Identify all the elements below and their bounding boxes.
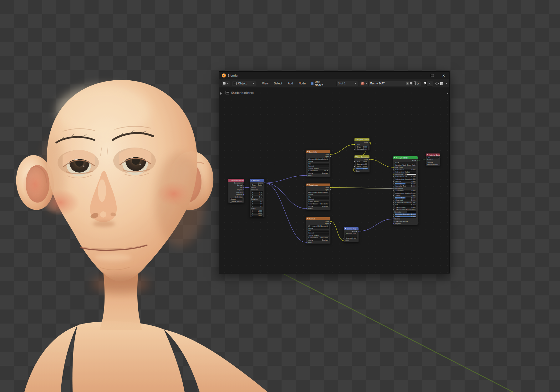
node-row-sheen[interactable]: Sheen0.000: [393, 194, 418, 197]
node-row-flat[interactable]: Flat: [306, 196, 330, 198]
transmission-socket[interactable]: [393, 207, 394, 208]
alpha-socket[interactable]: [393, 216, 394, 218]
node-row-momyhr-normal-tif[interactable]: momyHR_Normal.tif: [306, 225, 330, 227]
node-row-specular-tint[interactable]: Specular Tint0.000: [393, 185, 418, 188]
node-row-value[interactable]: Value1.000: [354, 165, 369, 168]
strength-widget[interactable]: Strength1.000: [345, 237, 357, 239]
node-header-bright-contrast[interactable]: Bright/Contrast: [354, 138, 369, 141]
bright-widget[interactable]: Bright0.000: [356, 146, 368, 148]
node-row-alpha[interactable]: AlphaStraight: [306, 239, 330, 241]
node-header-normal[interactable]: Normal: [306, 217, 330, 220]
node-row-transmission[interactable]: Transmission0.000: [393, 206, 418, 209]
normal-socket[interactable]: [358, 231, 359, 232]
subsurface-radius-widget[interactable]: Subsurface Radius: [395, 171, 416, 173]
y-widget[interactable]: Y0°: [251, 203, 263, 205]
node-row-fac[interactable]: Fac1.000: [354, 168, 369, 170]
collapse-icon[interactable]: [251, 180, 252, 181]
node-header-normal-map[interactable]: Normal Map: [344, 227, 359, 230]
repeat-widget[interactable]: Repeat: [308, 198, 329, 200]
node-row-hue[interactable]: Hue0.500: [354, 161, 369, 163]
linear-widget[interactable]: Linear: [308, 227, 329, 229]
alpha-socket[interactable]: [330, 156, 331, 158]
node-row-repeat[interactable]: Repeat: [306, 198, 330, 201]
fake-user-shield-icon[interactable]: [410, 82, 412, 85]
node-row-momyhr-basecolor-tif[interactable]: momyHR_baseColor.tif: [306, 158, 330, 160]
collapse-icon[interactable]: [355, 156, 357, 157]
node-material-output[interactable]: Material OutputAllSurfaceVolumeDisplacem…: [426, 153, 440, 166]
node-row-flat[interactable]: Flat: [306, 163, 330, 165]
saturation-widget[interactable]: Saturation1.000: [356, 163, 368, 165]
bright-socket[interactable]: [354, 146, 355, 148]
collapse-icon[interactable]: [307, 184, 308, 185]
vector-socket[interactable]: [249, 187, 251, 188]
transmission-roughness-widget[interactable]: Transmission Roughness0.000: [395, 209, 416, 210]
new-material-icon[interactable]: [413, 82, 416, 85]
node-header-material-output[interactable]: Material Output: [426, 153, 440, 156]
node-row-alpha[interactable]: AlphaStraight: [306, 172, 330, 174]
flat-widget[interactable]: Flat: [308, 230, 329, 232]
menu-select[interactable]: Select: [271, 81, 285, 86]
surface-socket[interactable]: [425, 159, 427, 161]
overlays-icon[interactable]: [435, 82, 439, 85]
strength-socket[interactable]: [343, 238, 345, 239]
value-widget[interactable]: Value1.000: [356, 165, 368, 167]
y-widget[interactable]: Y0 m: [251, 193, 263, 195]
color-socket[interactable]: [369, 159, 370, 160]
node-row-single-image[interactable]: Single Image: [306, 167, 330, 170]
node-row-clearcoat-roughness[interactable]: Clearcoat Roughness0.030: [393, 201, 418, 204]
node-row-subsurface-color[interactable]: Subsurface Color: [393, 173, 418, 176]
volume-socket[interactable]: [425, 162, 427, 163]
collapse-icon[interactable]: [307, 218, 308, 219]
specular-tint-socket[interactable]: [393, 185, 394, 187]
z-widget[interactable]: Z0°: [251, 205, 263, 207]
node-row-linear[interactable]: Linear: [306, 160, 330, 163]
subsurface-anisotropy-socket[interactable]: [393, 178, 394, 180]
subsurface-anisotropy-widget[interactable]: Subsurface Anisotropy0.000: [395, 178, 416, 180]
node-row-linear[interactable]: Linear: [306, 193, 330, 196]
contrast-socket[interactable]: [354, 148, 355, 150]
vector-socket[interactable]: [306, 242, 307, 243]
node-row-anisotropic[interactable]: Anisotropic0.000: [393, 190, 418, 192]
node-row-x[interactable]: X0 m: [250, 191, 264, 193]
x-widget[interactable]: X0 m: [251, 191, 263, 193]
field-widget[interactable]: [345, 235, 357, 237]
color-space-widget[interactable]: Color SpaceNon-Color: [308, 203, 329, 205]
window-socket[interactable]: [243, 194, 245, 195]
color-socket[interactable]: [330, 187, 331, 188]
vector-socket[interactable]: [306, 208, 307, 209]
node-row-random-walk-fixed-radius[interactable]: Random Walk (Fixed Radius): [393, 164, 418, 166]
node-row-x[interactable]: X0°: [250, 200, 264, 203]
collapse-icon[interactable]: [229, 180, 231, 181]
sheen-tint-socket[interactable]: [393, 197, 394, 199]
emission-strength-socket[interactable]: [393, 214, 394, 215]
node-base-color[interactable]: Base ColorColorAlphamomyHR_baseColor.tif…: [306, 150, 331, 177]
emission-strength-widget[interactable]: Emission Strength1.000: [395, 213, 416, 215]
node-row-anisotropic-rotation[interactable]: Anisotropic Rotation0.000: [393, 192, 418, 194]
alpha-widget[interactable]: AlphaStraight: [308, 239, 329, 241]
uv-socket[interactable]: [243, 187, 245, 188]
object-widget[interactable]: Object:: [230, 198, 242, 200]
pin-icon[interactable]: [424, 82, 426, 86]
repeat-widget[interactable]: Repeat: [308, 232, 329, 234]
node-row-z[interactable]: Z1.000: [250, 214, 264, 217]
linear-widget[interactable]: Linear: [308, 193, 329, 195]
fac-widget[interactable]: Fac1.000: [356, 168, 368, 170]
node-row-alpha[interactable]: Alpha1.000: [393, 215, 418, 218]
subsurface-ior-socket[interactable]: [393, 176, 394, 178]
node-row-color-space[interactable]: Color SpaceNon-Color: [306, 203, 330, 205]
reflection-socket[interactable]: [243, 196, 245, 198]
tangent-space-widget[interactable]: Tangent Space: [345, 233, 357, 234]
single-image-widget[interactable]: Single Image: [308, 201, 329, 203]
node-row-single-image[interactable]: Single Image: [306, 234, 330, 237]
specular-tint-widget[interactable]: Specular Tint0.000: [395, 185, 416, 187]
repeat-widget[interactable]: Repeat: [308, 165, 329, 167]
normal-socket[interactable]: [243, 184, 245, 186]
hue-widget[interactable]: Hue0.500: [356, 161, 368, 163]
node-normal[interactable]: NormalColorAlphamomyHR_Normal.tifLinearF…: [306, 217, 331, 244]
snapping-grid-icon[interactable]: [440, 82, 443, 85]
color-socket[interactable]: [330, 221, 331, 222]
alpha-socket[interactable]: [330, 189, 331, 191]
y-widget[interactable]: Y1.000: [251, 212, 263, 214]
minimize-button[interactable]: –: [415, 72, 427, 79]
chevron-down-icon[interactable]: [445, 83, 447, 84]
